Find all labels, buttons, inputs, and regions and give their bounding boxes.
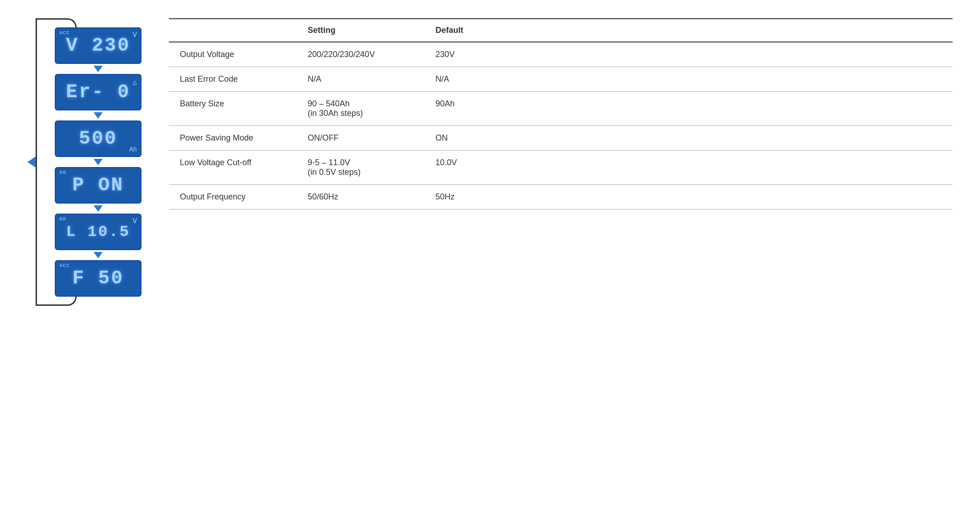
lcd-panel: ACC V 230 V △ Er- 0 500 Ah xyxy=(27,18,141,306)
page-wrapper: ACC V 230 V △ Er- 0 500 Ah xyxy=(27,18,953,306)
cell-setting-5: 50/60Hz xyxy=(297,185,424,209)
lcd-label-acc1: ACC xyxy=(59,30,70,36)
lcd-screen-lowvolt: 60 L 10.5 V xyxy=(55,214,141,250)
lcd-freq-text: F 50 xyxy=(73,269,124,288)
table-row: Output Voltage200/220/230/240V230V xyxy=(169,42,953,67)
lcd-lowvolt-unit: V xyxy=(132,217,137,225)
cell-default-5: 50Hz xyxy=(424,185,953,209)
lcd-lowvolt-text: L 10.5 xyxy=(66,224,130,240)
table-row: Battery Size90 – 540Ah(in 30Ah steps)90A… xyxy=(169,92,953,126)
settings-table: Setting Default Output Voltage200/220/23… xyxy=(169,18,953,209)
cell-feature-5: Output Frequency xyxy=(169,185,297,209)
cell-default-1: N/A xyxy=(424,67,953,92)
lcd-screen-power: 60 P ON xyxy=(55,167,141,204)
arrow-down-3 xyxy=(94,159,103,165)
lcd-label-60-2: 60 xyxy=(59,216,66,222)
cell-setting-0: 200/220/230/240V xyxy=(297,42,424,67)
cell-feature-4: Low Voltage Cut-off xyxy=(169,151,297,185)
cell-default-3: ON xyxy=(424,126,953,151)
table-row: Last Error CodeN/AN/A xyxy=(169,67,953,92)
lcd-error-text: Er- 0 xyxy=(66,83,130,102)
arrow-down-4 xyxy=(94,205,103,212)
lcd-screens-container: ACC V 230 V △ Er- 0 500 Ah xyxy=(55,27,141,297)
table-row: Output Frequency50/60Hz50Hz xyxy=(169,185,953,209)
cell-feature-3: Power Saving Mode xyxy=(169,126,297,151)
col-header-setting: Setting xyxy=(297,19,424,42)
col-header-default: Default xyxy=(424,19,953,42)
lcd-item-lowvolt: 60 L 10.5 V xyxy=(55,214,141,250)
cell-feature-1: Last Error Code xyxy=(169,67,297,92)
cell-setting-3: ON/OFF xyxy=(297,126,424,151)
cell-setting-2: 90 – 540Ah(in 30Ah steps) xyxy=(297,92,424,126)
table-row: Low Voltage Cut-off9-5 – 11.0V(in 0.5V s… xyxy=(169,151,953,185)
lcd-screen-voltage: ACC V 230 V xyxy=(55,27,141,64)
cell-feature-2: Battery Size xyxy=(169,92,297,126)
lcd-screen-error: △ Er- 0 xyxy=(55,74,141,110)
lcd-item-voltage: ACC V 230 V xyxy=(55,27,141,64)
lcd-screen-freq: ACC F 50 xyxy=(55,260,141,297)
lcd-voltage-unit: V xyxy=(132,31,137,39)
lcd-item-freq: ACC F 50 xyxy=(55,260,141,297)
lcd-voltage-text: V 230 xyxy=(66,36,130,55)
lcd-battery-text: 500 xyxy=(79,129,118,148)
arrow-down-2 xyxy=(94,112,103,119)
lcd-error-triangle: △ xyxy=(132,78,137,87)
lcd-item-power: 60 P ON xyxy=(55,167,141,204)
cell-default-2: 90Ah xyxy=(424,92,953,126)
cell-default-0: 230V xyxy=(424,42,953,67)
cell-default-4: 10.0V xyxy=(424,151,953,185)
col-header-feature xyxy=(169,19,297,42)
cell-setting-4: 9-5 – 11.0V(in 0.5V steps) xyxy=(297,151,424,185)
table-header-row: Setting Default xyxy=(169,19,953,42)
cell-setting-1: N/A xyxy=(297,67,424,92)
arrow-down-1 xyxy=(94,66,103,72)
lcd-battery-unit: Ah xyxy=(129,146,137,153)
lcd-label-60-1: 60 xyxy=(59,170,66,175)
lcd-power-text: P ON xyxy=(73,176,124,195)
lcd-item-error: △ Er- 0 xyxy=(55,74,141,110)
table-row: Power Saving ModeON/OFFON xyxy=(169,126,953,151)
lcd-screen-battery: 500 Ah xyxy=(55,120,141,157)
lcd-item-battery: 500 Ah xyxy=(55,120,141,157)
lcd-label-acc2: ACC xyxy=(59,263,70,268)
cell-feature-0: Output Voltage xyxy=(169,42,297,67)
arrow-down-5 xyxy=(94,252,103,258)
loop-arrow-icon xyxy=(27,157,36,168)
